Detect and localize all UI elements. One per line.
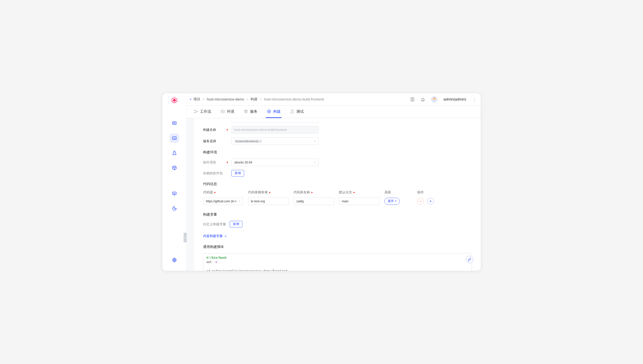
link-text: 内置构建变量: [203, 234, 223, 238]
logo: [171, 97, 178, 103]
expand-button[interactable]: 展开 >: [384, 198, 400, 205]
nav-package-icon[interactable]: [170, 163, 179, 172]
col-advanced: 高级: [384, 190, 400, 194]
bell-icon[interactable]: [421, 97, 425, 102]
content-scroll[interactable]: 构建名称 host-microservice-demo-build-fronte…: [186, 118, 480, 271]
code-text: #!/bin/bash: [206, 256, 226, 260]
breadcrumb-caret-icon[interactable]: [188, 98, 194, 101]
chevron-down-icon: ▾: [239, 200, 240, 203]
nav-settings-icon[interactable]: [170, 256, 179, 264]
input-build-name: host-microservice-demo-build-frontend: [232, 126, 318, 134]
add-custom-var-button[interactable]: 新增: [230, 221, 242, 228]
col-ops: 操作: [417, 190, 439, 194]
tab-workflow[interactable]: 工作流: [192, 106, 212, 118]
input-code-branch[interactable]: main: [339, 198, 380, 205]
sidebar-bottom: [170, 256, 179, 264]
input-code-owner[interactable]: kr-test-org: [248, 198, 289, 205]
svg-point-8: [194, 110, 195, 110]
add-dependency-button[interactable]: 新增: [232, 170, 244, 176]
breadcrumb-sep: >: [246, 98, 248, 102]
breadcrumb-current: host-microservice-demo-build-frontend: [264, 98, 324, 102]
section-code: 代码信息: [203, 182, 472, 186]
breadcrumb: 项目 > host-microservice-demo > 构建 > host-…: [194, 97, 324, 102]
required-dot: [269, 192, 270, 193]
test-icon: [290, 109, 294, 114]
sidebar-group-primary: PM: [170, 119, 179, 172]
col-label: 操作: [417, 190, 424, 194]
cell-ops: − +: [417, 198, 439, 204]
nav-stats-icon[interactable]: [170, 189, 179, 198]
label-deps: 依赖的软件包: [203, 171, 227, 176]
docs-icon[interactable]: [410, 97, 414, 102]
input-value: main: [342, 200, 348, 203]
nav-lab-icon[interactable]: [170, 148, 179, 158]
tag-remove-icon[interactable]: ✕: [259, 140, 261, 142]
label-build-name: 构建名称: [203, 128, 227, 132]
script-editor[interactable]: #!/bin/bash set -e cd zadig/examples/mic…: [203, 253, 472, 271]
svg-marker-12: [268, 110, 271, 113]
code-line: set -e: [206, 260, 468, 264]
code-line: #!/bin/bash: [206, 256, 468, 260]
chevron-down-icon: [224, 235, 227, 237]
tab-build[interactable]: 构建: [266, 106, 282, 118]
col-label: 高级: [384, 190, 391, 194]
breadcrumb-sep: >: [202, 98, 204, 102]
prev-field-peek: [232, 121, 318, 122]
section-vars: 构建变量: [203, 212, 472, 217]
code-columns-header: 代码源 代码库拥有者 代码库名称 默认分支 高级 操作: [203, 190, 472, 194]
select-value: https://github.com (kr-t: [206, 200, 236, 203]
col-owner: 代码库拥有者: [248, 190, 289, 194]
cell-advanced: 展开 >: [384, 198, 400, 205]
required-dot: [214, 192, 216, 193]
tab-label: 构建: [273, 109, 281, 114]
row-os: 操作系统 ubuntu 20.04 ▾: [203, 158, 472, 166]
user-label[interactable]: admin(admin): [444, 97, 466, 102]
chevron-down-icon: ▾: [314, 161, 316, 164]
remove-row-button[interactable]: −: [417, 198, 424, 204]
required-dot: [227, 129, 228, 130]
row-deps: 依赖的软件包 新增: [203, 170, 472, 176]
col-branch: 默认分支: [339, 190, 380, 194]
svg-point-9: [194, 112, 195, 113]
input-code-repo[interactable]: zadig: [294, 198, 334, 205]
breadcrumb-project[interactable]: host-microservice-demo: [207, 98, 244, 102]
breadcrumb-section[interactable]: 构建: [250, 97, 258, 102]
tab-label: 环境: [227, 109, 234, 114]
tab-label: 服务: [250, 109, 258, 114]
code-line: cd zadig/examples/microservice-demo/fron…: [206, 269, 468, 271]
topbar: 项目 > host-microservice-demo > 构建 > host-…: [186, 93, 480, 106]
sidebar-group-secondary: [170, 189, 179, 213]
input-value: zadig: [296, 200, 304, 203]
section-script: 通用构建脚本: [203, 245, 472, 249]
breadcrumb-sep: >: [260, 98, 262, 102]
nav-pie-icon[interactable]: [170, 204, 179, 213]
avatar[interactable]: [431, 96, 437, 102]
content-panel: 构建名称 host-microservice-demo-build-fronte…: [194, 118, 480, 271]
col-label: 代码源: [203, 190, 213, 194]
select-os[interactable]: ubuntu 20.04 ▾: [232, 158, 318, 166]
code-line: [206, 264, 468, 269]
add-row-button[interactable]: +: [427, 198, 434, 204]
required-dot: [227, 162, 228, 163]
input-value: host-microservice-demo-build-frontend: [234, 128, 287, 132]
tab-env[interactable]: 环境: [220, 106, 235, 118]
breadcrumb-root[interactable]: 项目: [194, 97, 200, 102]
section-build-env: 构建环境: [203, 150, 472, 155]
col-label: 默认分支: [339, 190, 352, 194]
nav-monitor-icon[interactable]: [170, 119, 179, 128]
service-tag[interactable]: frontend(frontend) ✕: [234, 140, 262, 143]
required-dot: [311, 192, 312, 193]
tab-test[interactable]: 测试: [289, 106, 305, 118]
nav-project-icon[interactable]: PM: [170, 134, 179, 143]
select-service[interactable]: frontend(frontend) ✕ ▾: [232, 138, 318, 145]
builtin-vars-toggle[interactable]: 内置构建变量: [203, 234, 227, 238]
sidebar-collapse-handle[interactable]: [184, 233, 187, 242]
more-menu-icon[interactable]: ⋮: [472, 97, 476, 102]
tab-service[interactable]: 服务: [242, 106, 258, 118]
col-repo: 代码库名称: [294, 190, 334, 194]
label-service: 服务选择: [203, 139, 227, 143]
code-row: https://github.com (kr-t ▾ kr-test-org z…: [203, 198, 472, 205]
env-icon: [220, 109, 225, 114]
col-label: 代码库拥有者: [248, 190, 268, 194]
select-code-source[interactable]: https://github.com (kr-t ▾: [203, 198, 243, 205]
